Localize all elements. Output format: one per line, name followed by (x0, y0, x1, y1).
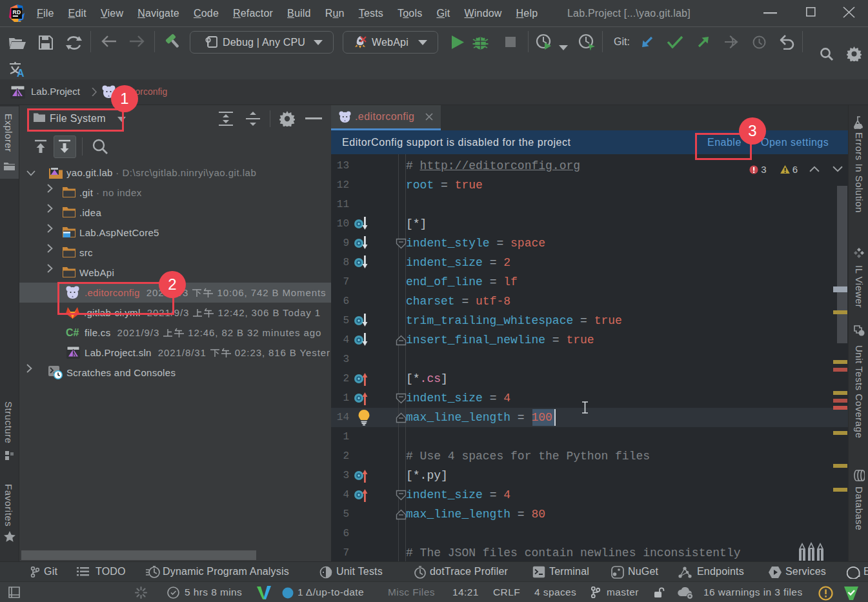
svg-text:RD: RD (13, 9, 21, 15)
svg-text:A: A (17, 68, 25, 77)
